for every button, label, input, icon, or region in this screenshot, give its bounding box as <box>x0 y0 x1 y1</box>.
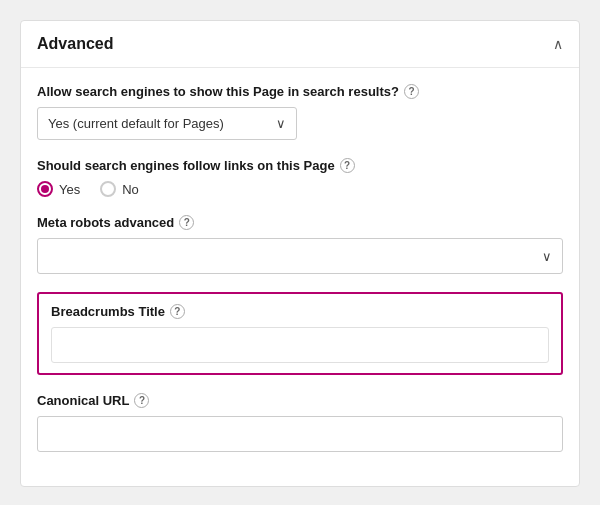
canonical-url-help-icon[interactable]: ? <box>134 393 149 408</box>
follow-links-no-label: No <box>122 182 139 197</box>
search-engines-select-value: Yes (current default for Pages) <box>48 116 224 131</box>
panel-header[interactable]: Advanced ∧ <box>21 21 579 68</box>
panel-title: Advanced <box>37 35 113 53</box>
canonical-url-field: Canonical URL ? <box>37 393 563 452</box>
search-engines-select-wrapper: Yes (current default for Pages) ∨ <box>37 107 297 140</box>
follow-links-no-radio[interactable] <box>100 181 116 197</box>
follow-links-radio-group: Yes No <box>37 181 563 197</box>
meta-robots-select-wrapper: ∨ <box>37 238 563 274</box>
meta-robots-select-arrow: ∨ <box>542 249 552 264</box>
meta-robots-select[interactable]: ∨ <box>37 238 563 274</box>
panel-body: Allow search engines to show this Page i… <box>21 68 579 486</box>
meta-robots-help-icon[interactable]: ? <box>179 215 194 230</box>
breadcrumbs-title-help-icon[interactable]: ? <box>170 304 185 319</box>
follow-links-yes-radio[interactable] <box>37 181 53 197</box>
collapse-icon[interactable]: ∧ <box>553 36 563 52</box>
meta-robots-label: Meta robots advanced ? <box>37 215 563 230</box>
canonical-url-input[interactable] <box>37 416 563 452</box>
canonical-url-label: Canonical URL ? <box>37 393 563 408</box>
search-engines-select-arrow: ∨ <box>276 116 286 131</box>
breadcrumbs-title-label: Breadcrumbs Title ? <box>51 304 549 319</box>
search-engines-field: Allow search engines to show this Page i… <box>37 84 563 140</box>
search-engines-select[interactable]: Yes (current default for Pages) ∨ <box>37 107 297 140</box>
advanced-panel: Advanced ∧ Allow search engines to show … <box>20 20 580 487</box>
breadcrumbs-title-field: Breadcrumbs Title ? <box>37 292 563 375</box>
follow-links-no-option[interactable]: No <box>100 181 139 197</box>
follow-links-field: Should search engines follow links on th… <box>37 158 563 197</box>
meta-robots-field: Meta robots advanced ? ∨ <box>37 215 563 274</box>
breadcrumbs-title-input[interactable] <box>51 327 549 363</box>
follow-links-label: Should search engines follow links on th… <box>37 158 563 173</box>
follow-links-yes-label: Yes <box>59 182 80 197</box>
follow-links-yes-option[interactable]: Yes <box>37 181 80 197</box>
search-engines-label: Allow search engines to show this Page i… <box>37 84 563 99</box>
follow-links-help-icon[interactable]: ? <box>340 158 355 173</box>
search-engines-help-icon[interactable]: ? <box>404 84 419 99</box>
